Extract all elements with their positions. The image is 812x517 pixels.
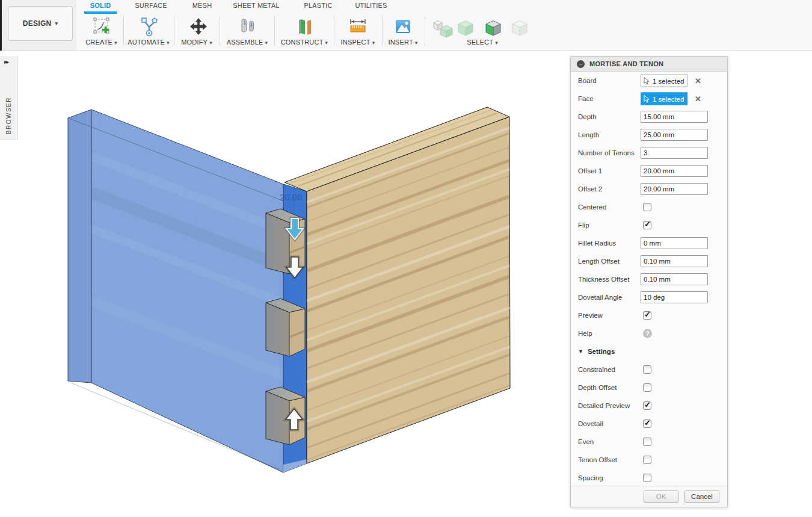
length-offset-input[interactable] [641,255,708,267]
flip-label: Flip [578,221,589,229]
depth-input[interactable] [641,111,708,123]
select-face-icon [486,21,500,36]
ok-button[interactable]: OK [644,491,678,503]
select-body-icon [434,21,452,38]
spacing-checkbox[interactable] [643,474,651,482]
group-assemble-label: ASSEMBLE▾ [220,39,274,46]
row-depth-offset: Depth Offset [571,379,727,397]
group-automate[interactable]: AUTOMATE▾ [124,14,173,48]
row-even: Even [571,433,727,451]
row-thickness-offset: Thickness Offset [571,270,727,288]
row-length: Length [571,126,727,144]
tenon-offset-checkbox[interactable] [643,456,651,464]
assemble-joint-icon [237,16,259,37]
group-insert[interactable]: INSERT▾ [383,14,423,48]
length-offset-label: Length Offset [578,258,620,265]
tab-solid[interactable]: SOLID [84,2,117,12]
mortise-and-tenon-dialog: − MORTISE AND TENON Board 1 selected ✕ F… [570,56,728,507]
chevron-down-icon: ▾ [415,40,418,46]
face-selection-button[interactable]: 1 selected [641,93,687,105]
tab-sheet-metal[interactable]: SHEET METAL [232,2,281,12]
group-construct[interactable]: CONSTRUCT▾ [275,14,334,48]
group-select-label: SELECT▾ [425,39,540,46]
check-icon: ✓ [644,310,651,319]
offset-1-input[interactable] [641,165,708,177]
group-insert-label: INSERT▾ [383,39,423,46]
tab-plastic[interactable]: PLASTIC [300,2,337,12]
chevron-down-icon: ▾ [114,40,117,46]
row-centered: Centered [571,198,727,216]
fillet-radius-input[interactable] [641,237,708,249]
row-face: Face 1 selected ✕ [571,90,727,108]
cancel-button[interactable]: Cancel [684,491,719,503]
design-label: DESIGN [23,19,52,28]
automate-icon [138,16,160,37]
board-selection-button[interactable]: 1 selected [641,75,687,87]
thickness-offset-input[interactable] [641,273,708,285]
preview-label: Preview [578,312,603,319]
window-edge [0,0,2,51]
row-tenon-offset: Tenon Offset [571,451,727,469]
group-inspect-label: INSPECT▾ [334,39,381,46]
even-label: Even [578,438,594,445]
clear-face-selection-button[interactable]: ✕ [695,94,701,104]
flip-checkbox[interactable]: ✓ [643,221,651,229]
help-icon[interactable]: ? [643,329,652,338]
dovetail-angle-label: Dovetail Angle [578,294,623,301]
select-modes-icons [426,16,538,40]
wooden-board[interactable] [285,107,510,463]
expand-browser-icon[interactable]: ▸▸ [4,58,8,65]
row-offset-2: Offset 2 [571,180,727,198]
row-offset-1: Offset 1 [571,162,727,180]
preview-checkbox[interactable]: ✓ [643,311,651,320]
select-ghost-icon [512,21,527,36]
chevron-down-icon: ▾ [325,40,328,46]
dialog-footer: OK Cancel [571,486,727,507]
group-create[interactable]: CREATE▾ [80,14,123,48]
number-of-tenons-label: Number of Tenons [578,149,635,156]
row-flip: Flip ✓ [571,216,727,234]
group-select[interactable]: SELECT▾ [425,14,540,48]
settings-section-toggle[interactable]: ▼ Settings [571,342,727,361]
even-checkbox[interactable] [643,438,651,446]
row-spacing: Spacing [571,469,727,487]
centered-checkbox[interactable] [643,203,651,211]
dialog-header[interactable]: − MORTISE AND TENON [571,57,727,72]
offset-2-input[interactable] [641,183,708,195]
centered-label: Centered [578,203,606,211]
cursor-icon [644,94,650,103]
dovetail-checkbox[interactable]: ✓ [643,419,651,428]
chevron-down-icon: ▾ [495,40,498,46]
depth-label: Depth [578,113,597,120]
settings-section-label: Settings [588,348,615,355]
detailed-preview-checkbox[interactable]: ✓ [643,401,651,410]
length-input[interactable] [641,129,708,141]
number-of-tenons-input[interactable] [641,147,708,159]
collapse-dialog-icon[interactable]: − [577,60,585,68]
fusion-window: DESIGN ▾ SOLID SURFACE MESH SHEET METAL … [0,0,812,517]
check-icon: ✓ [644,220,651,229]
dimension-value[interactable]: 20.00 [280,192,303,202]
construct-plane-icon [294,16,315,37]
modify-move-icon [188,16,209,37]
group-automate-label: AUTOMATE▾ [124,39,173,46]
group-assemble[interactable]: ASSEMBLE▾ [220,14,274,48]
group-modify[interactable]: MODIFY▾ [174,14,219,48]
chevron-down-icon: ▾ [372,40,375,46]
create-sketch-icon [91,16,112,37]
tab-utilities[interactable]: UTILITIES [352,2,390,12]
row-preview: Preview ✓ [571,306,727,324]
depth-offset-checkbox[interactable] [643,383,651,392]
browser-panel-collapsed[interactable]: ▸▸ BROWSER [0,56,18,140]
group-inspect[interactable]: INSPECT▾ [334,14,381,48]
check-icon: ✓ [644,400,651,409]
dovetail-angle-input[interactable] [641,291,708,303]
tab-mesh[interactable]: MESH [184,2,220,12]
length-label: Length [578,131,599,138]
clear-board-selection-button[interactable]: ✕ [695,76,701,85]
detailed-preview-label: Detailed Preview [578,402,630,409]
tab-surface[interactable]: SURFACE [128,2,174,12]
design-menu-button[interactable]: DESIGN ▾ [8,6,73,41]
constrained-checkbox[interactable] [643,365,651,374]
chevron-down-icon: ▾ [209,40,212,46]
